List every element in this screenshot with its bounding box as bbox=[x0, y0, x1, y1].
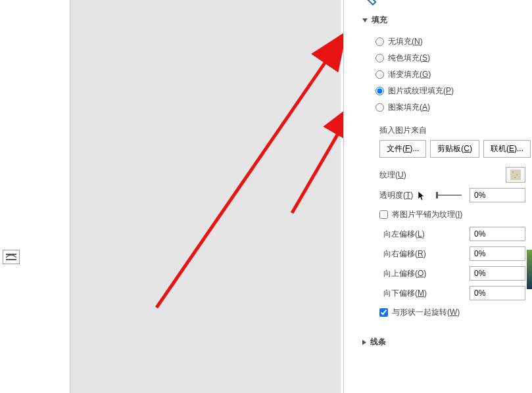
clipboard-button[interactable]: 剪贴板(C) bbox=[430, 140, 479, 158]
offset-up-label: 向上偏移(O) bbox=[379, 268, 445, 279]
insert-from-label: 插入图片来自 bbox=[379, 122, 525, 140]
radio-solid-fill-label: 纯色填充(S) bbox=[388, 53, 430, 64]
radio-pattern-fill-label: 图案填充(A) bbox=[388, 102, 430, 113]
radio-gradient-fill-input[interactable] bbox=[375, 70, 384, 79]
fill-options-group: 无填充(N) 纯色填充(S) 渐变填充(G) 图片或纹理填充(P) 图案填充(A… bbox=[351, 30, 525, 330]
svg-rect-1 bbox=[6, 259, 16, 260]
offset-left-input[interactable] bbox=[470, 227, 525, 241]
rotate-with-shape-label: 与形状一起旋转(W) bbox=[392, 307, 460, 318]
offset-right-label: 向右偏移(R) bbox=[379, 248, 445, 260]
insert-button-row: 文件(F)... 剪贴板(C) 联机(E)... bbox=[379, 140, 525, 164]
tile-checkbox[interactable] bbox=[379, 210, 388, 219]
radio-pattern-fill-input[interactable] bbox=[375, 103, 384, 112]
online-button[interactable]: 联机(E)... bbox=[483, 140, 531, 158]
texture-swatch-icon bbox=[510, 170, 521, 180]
rotate-with-shape-checkbox[interactable] bbox=[379, 308, 388, 317]
picture-fill-subgroup: 插入图片来自 文件(F)... 剪贴板(C) 联机(E)... 纹理(U) 透明… bbox=[375, 116, 525, 322]
svg-point-8 bbox=[514, 177, 516, 178]
radio-solid-fill-input[interactable] bbox=[375, 54, 384, 62]
texture-picker-button[interactable] bbox=[506, 167, 525, 183]
expand-right-icon bbox=[362, 340, 366, 345]
radio-no-fill-input[interactable] bbox=[375, 37, 384, 46]
slider-thumb[interactable] bbox=[436, 192, 438, 198]
texture-row: 纹理(U) bbox=[379, 164, 525, 185]
layout-tab-icon[interactable] bbox=[415, 0, 429, 5]
section-line-header[interactable]: 线条 bbox=[351, 330, 525, 352]
tile-label: 将图片平铺为纹理(I) bbox=[392, 209, 462, 220]
radio-no-fill-label: 无填充(N) bbox=[388, 36, 423, 47]
picture-tab-icon[interactable] bbox=[441, 0, 456, 5]
left-gutter bbox=[0, 0, 70, 393]
tile-checkbox-row[interactable]: 将图片平铺为纹理(I) bbox=[379, 205, 525, 224]
section-line-title: 线条 bbox=[370, 336, 386, 348]
section-fill-header[interactable]: 填充 bbox=[351, 8, 525, 30]
section-fill-title: 填充 bbox=[372, 14, 387, 26]
transparency-label: 透明度(T) bbox=[379, 190, 432, 201]
offset-up-input[interactable] bbox=[470, 266, 525, 281]
rotate-with-shape-row[interactable]: 与形状一起旋转(W) bbox=[379, 303, 525, 322]
texture-label: 纹理(U) bbox=[379, 170, 435, 181]
wrap-text-icon[interactable] bbox=[3, 250, 20, 264]
radio-gradient-fill-label: 渐变填充(G) bbox=[388, 69, 431, 80]
panel-tab-icons bbox=[351, 0, 525, 8]
radio-solid-fill[interactable]: 纯色填充(S) bbox=[375, 50, 525, 66]
svg-point-6 bbox=[512, 172, 514, 173]
offset-down-input[interactable] bbox=[470, 286, 525, 300]
svg-point-7 bbox=[516, 174, 518, 175]
effects-tab-icon[interactable] bbox=[389, 0, 403, 5]
radio-picture-fill[interactable]: 图片或纹理填充(P) bbox=[375, 83, 525, 99]
transparency-input[interactable] bbox=[470, 188, 525, 202]
radio-picture-fill-label: 图片或纹理填充(P) bbox=[388, 85, 454, 97]
transparency-row: 透明度(T) bbox=[379, 185, 525, 205]
right-edge-bar bbox=[527, 250, 532, 289]
radio-gradient-fill[interactable]: 渐变填充(G) bbox=[375, 66, 525, 83]
format-panel: 填充 无填充(N) 纯色填充(S) 渐变填充(G) 图片或纹理填充(P) 图案填… bbox=[343, 0, 532, 393]
expand-down-icon bbox=[362, 18, 368, 22]
offset-down-label: 向下偏移(M) bbox=[379, 288, 445, 299]
offset-right-input[interactable] bbox=[470, 246, 525, 261]
transparency-slider[interactable] bbox=[436, 195, 462, 196]
file-button[interactable]: 文件(F)... bbox=[379, 140, 426, 158]
offset-left-label: 向左偏移(L) bbox=[379, 229, 445, 240]
svg-rect-5 bbox=[510, 170, 521, 180]
offset-right-row: 向右偏移(R) bbox=[379, 244, 525, 264]
document-canvas[interactable] bbox=[70, 0, 341, 393]
radio-pattern-fill[interactable]: 图案填充(A) bbox=[375, 99, 525, 116]
radio-picture-fill-input[interactable] bbox=[375, 87, 384, 95]
offset-left-row: 向左偏移(L) bbox=[379, 224, 525, 244]
offset-down-row: 向下偏移(M) bbox=[379, 283, 525, 303]
radio-no-fill[interactable]: 无填充(N) bbox=[375, 34, 525, 50]
offset-up-row: 向上偏移(O) bbox=[379, 264, 525, 283]
fill-line-tab-icon[interactable] bbox=[362, 0, 376, 6]
